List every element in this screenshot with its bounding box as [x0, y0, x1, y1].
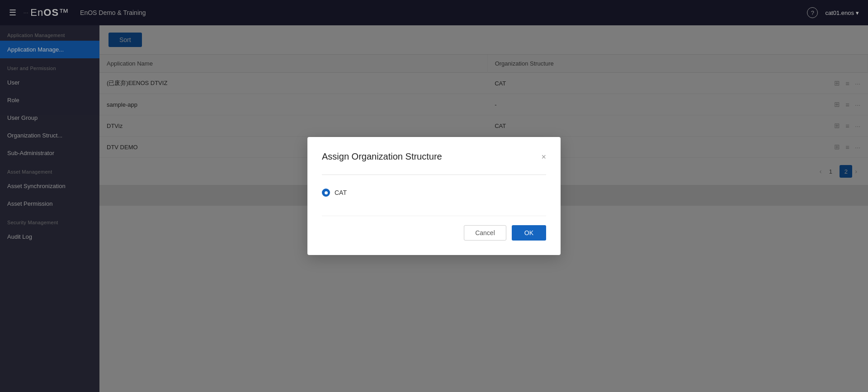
ok-button[interactable]: OK [512, 225, 546, 241]
main-content: Sort Application Name Organization Struc… [99, 25, 868, 392]
radio-inner-dot [325, 191, 328, 194]
close-icon[interactable]: × [541, 153, 546, 161]
radio-option-cat[interactable]: CAT [322, 184, 546, 201]
layout: Application Management Application Manag… [0, 0, 868, 392]
modal-title: Assign Organization Structure [322, 151, 442, 162]
radio-selected-icon [322, 189, 330, 197]
modal-body: CAT [322, 175, 546, 201]
modal: Assign Organization Structure × CAT Canc… [307, 137, 561, 255]
radio-label-cat: CAT [335, 189, 347, 196]
cancel-button[interactable]: Cancel [464, 225, 506, 241]
modal-header: Assign Organization Structure × [322, 151, 546, 162]
modal-overlay: Assign Organization Structure × CAT Canc… [99, 25, 868, 392]
modal-footer: Cancel OK [322, 216, 546, 241]
